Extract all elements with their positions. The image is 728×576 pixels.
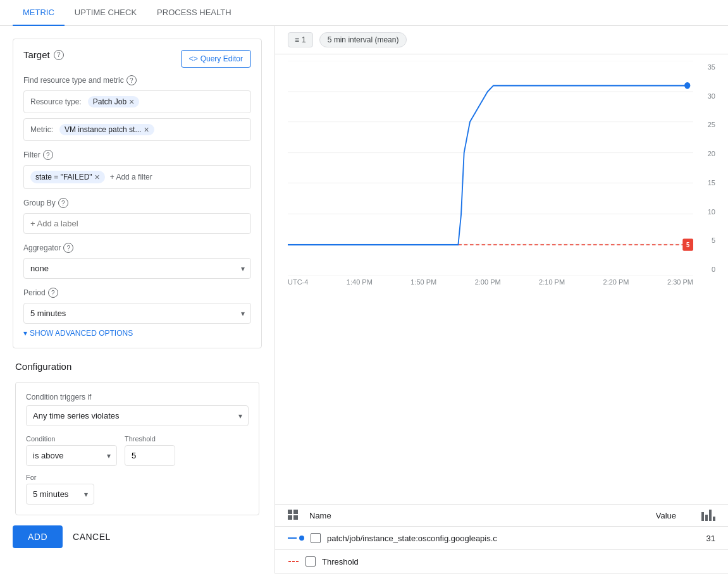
- legend-header: Name Value: [275, 505, 728, 527]
- tab-process-health[interactable]: PROCESS HEALTH: [147, 0, 242, 26]
- find-resource-help-icon[interactable]: ?: [126, 75, 137, 85]
- filter-badge[interactable]: ≡ 1: [288, 32, 313, 47]
- chart-svg: 5: [288, 61, 693, 276]
- group-by-label: Group By: [23, 199, 56, 207]
- aggregator-help-icon[interactable]: ?: [63, 243, 73, 253]
- filter-chip[interactable]: state = "FAILED" ×: [30, 171, 105, 183]
- legend-metric-name: patch/job/instance_state:osconfig.google…: [327, 534, 690, 543]
- resource-type-label: Resource type:: [30, 97, 82, 106]
- advanced-options-button[interactable]: ▾ SHOW ADVANCED OPTIONS: [23, 329, 251, 338]
- query-editor-button[interactable]: <> Query Editor: [181, 50, 251, 68]
- legend-threshold-name: Threshold: [322, 557, 690, 567]
- legend-row-metric: patch/job/instance_state:osconfig.google…: [275, 527, 728, 550]
- metric-chip[interactable]: VM instance patch st... ×: [59, 124, 154, 135]
- svg-point-11: [684, 82, 690, 89]
- legend-checkbox-threshold[interactable]: [305, 556, 316, 567]
- interval-badge[interactable]: 5 min interval (mean): [319, 32, 407, 47]
- aggregator-label: Aggregator: [23, 243, 61, 252]
- resource-type-chip[interactable]: Patch Job ×: [88, 96, 140, 107]
- for-select[interactable]: 5 minutes 1 minute 10 minutes 15 minutes…: [26, 484, 94, 505]
- find-resource-label: Find resource type and metric: [23, 76, 124, 85]
- code-icon: <>: [189, 54, 198, 63]
- threshold-input[interactable]: [125, 445, 175, 466]
- y-axis: 35 30 25 20 15 10 5 0: [696, 61, 715, 276]
- metric-dot: [299, 536, 304, 541]
- condition-triggers-select[interactable]: Any time series violates All time series…: [26, 405, 249, 426]
- target-help-icon[interactable]: ?: [54, 50, 64, 60]
- resource-type-close-icon[interactable]: ×: [129, 97, 134, 106]
- grid-icon[interactable]: [288, 510, 299, 521]
- period-label: Period: [23, 288, 46, 297]
- bars-icon[interactable]: [701, 510, 715, 521]
- legend-value-header: Value: [656, 511, 676, 520]
- tab-metric[interactable]: METRIC: [13, 0, 65, 26]
- condition-col-label: Condition: [26, 435, 117, 443]
- filter-help-icon[interactable]: ?: [43, 150, 53, 160]
- target-title: Target: [23, 49, 50, 60]
- aggregator-select[interactable]: none mean sum min max: [23, 258, 251, 279]
- filter-label: Filter: [23, 150, 40, 159]
- legend-checkbox-metric[interactable]: [311, 533, 321, 543]
- cancel-button[interactable]: CANCEL: [73, 532, 111, 542]
- legend-name-header: Name: [309, 511, 650, 520]
- period-help-icon[interactable]: ?: [48, 288, 58, 298]
- configuration-title: Configuration: [15, 361, 259, 372]
- for-col-label: For: [26, 474, 94, 481]
- chevron-down-icon: ▾: [23, 329, 27, 338]
- metric-close-icon[interactable]: ×: [144, 125, 149, 134]
- metric-label: Metric:: [30, 125, 53, 134]
- metric-line-solid: [288, 537, 297, 539]
- filter-count: 1: [302, 35, 306, 44]
- group-by-help-icon[interactable]: ?: [58, 198, 68, 208]
- filter-close-icon[interactable]: ×: [95, 172, 100, 182]
- group-by-input[interactable]: [23, 213, 251, 234]
- add-filter-button[interactable]: + Add a filter: [110, 173, 152, 181]
- period-select[interactable]: 5 minutes 1 minute 10 minutes 15 minutes…: [23, 303, 251, 324]
- threshold-dashed-icon: [288, 561, 299, 562]
- advanced-options-label: SHOW ADVANCED OPTIONS: [30, 329, 133, 338]
- query-editor-label: Query Editor: [201, 54, 243, 63]
- filter-value: state = "FAILED": [35, 173, 92, 181]
- legend-metric-value: 31: [696, 534, 715, 543]
- condition-select[interactable]: is above is below is above or equal is b…: [26, 445, 117, 466]
- filter-icon: ≡: [295, 35, 299, 44]
- legend-row-threshold: Threshold: [275, 550, 728, 573]
- tab-uptime[interactable]: UPTIME CHECK: [65, 0, 147, 26]
- condition-triggers-label: Condition triggers if: [26, 393, 91, 401]
- threshold-col-label: Threshold: [125, 435, 175, 443]
- add-button[interactable]: ADD: [13, 525, 63, 548]
- svg-text:5: 5: [686, 242, 690, 249]
- x-axis: UTC-4 1:40 PM 1:50 PM 2:00 PM 2:10 PM 2:…: [288, 276, 693, 288]
